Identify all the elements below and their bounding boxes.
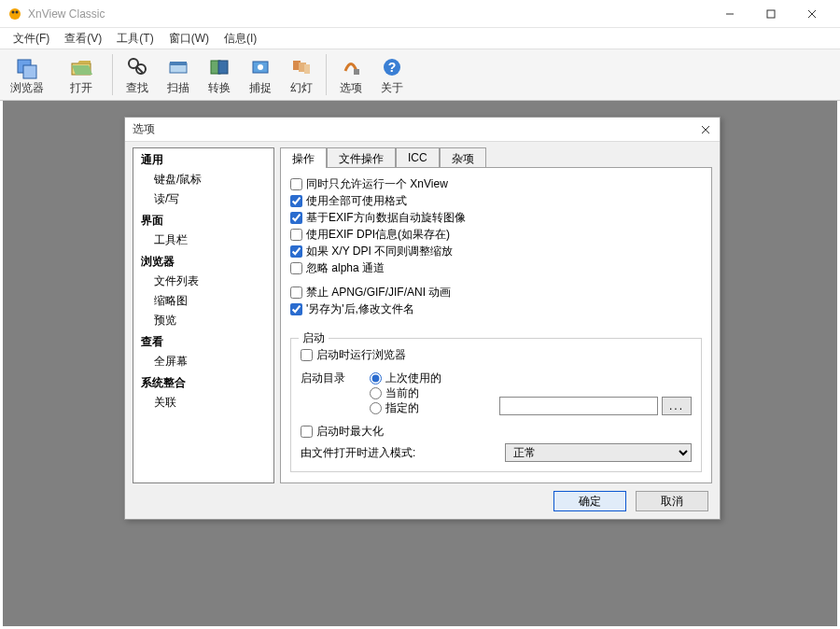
tree-node-系统整合[interactable]: 系统整合 bbox=[133, 371, 273, 393]
menu-信息(I)[interactable]: 信息(I) bbox=[217, 29, 264, 49]
tree-node-浏览器[interactable]: 浏览器 bbox=[133, 250, 273, 272]
tree-node-通用[interactable]: 通用 bbox=[133, 148, 273, 170]
minimize-button[interactable] bbox=[709, 0, 750, 28]
toolbar-浏览器[interactable]: 浏览器 bbox=[0, 49, 54, 100]
tree-node-界面[interactable]: 界面 bbox=[133, 209, 273, 231]
checkbox-label: 禁止 APNG/GIF/JIF/ANI 动画 bbox=[306, 285, 451, 301]
checkbox-同时只允许运行一个 XnView[interactable] bbox=[290, 178, 302, 190]
toolbar-扫描[interactable]: 扫描 bbox=[158, 49, 199, 100]
幻灯-icon bbox=[288, 54, 315, 80]
tree-node-关联[interactable]: 关联 bbox=[133, 393, 273, 412]
打开-icon bbox=[68, 54, 94, 80]
tab-操作[interactable]: 操作 bbox=[280, 147, 327, 168]
checkbox-禁止 APNG/GIF/JIF/ANI 动画[interactable] bbox=[290, 287, 302, 299]
checkbox-'另存为'后,修改文件名[interactable] bbox=[290, 303, 302, 315]
查找-icon bbox=[124, 54, 150, 80]
dialog-title: 选项 bbox=[125, 118, 720, 142]
svg-rect-14 bbox=[170, 62, 187, 65]
tab-ICC[interactable]: ICC bbox=[396, 147, 440, 168]
tree-node-查看[interactable]: 查看 bbox=[133, 330, 273, 352]
ok-button[interactable]: 确定 bbox=[553, 491, 626, 511]
checkbox-label: 使用全部可使用格式 bbox=[306, 193, 407, 209]
dialog-tabs: 操作文件操作ICC杂项 bbox=[280, 147, 712, 168]
radio-当前的[interactable] bbox=[370, 387, 382, 399]
menubar: 文件(F)查看(V)工具(T)窗口(W)信息(I) bbox=[0, 28, 840, 49]
tree-node-读/写[interactable]: 读/写 bbox=[133, 189, 273, 209]
toolbar-label: 幻灯 bbox=[290, 80, 313, 96]
toolbar-幻灯[interactable]: 幻灯 bbox=[281, 49, 322, 100]
category-tree[interactable]: 通用键盘/鼠标读/写界面工具栏浏览器文件列表缩略图预览查看全屏幕系统整合关联 bbox=[133, 147, 274, 483]
tab-content: 同时只允许运行一个 XnView使用全部可使用格式基于EXIF方向数据自动旋转图… bbox=[280, 167, 712, 483]
startup-run-browser-label: 启动时运行浏览器 bbox=[316, 347, 406, 363]
捕捉-icon bbox=[247, 54, 273, 80]
svg-point-12 bbox=[136, 64, 146, 74]
tree-node-缩略图[interactable]: 缩略图 bbox=[133, 291, 273, 311]
checkbox-label: 使用EXIF DPI信息(如果存在) bbox=[306, 227, 450, 243]
open-mode-label: 由文件打开时进入模式: bbox=[301, 445, 415, 461]
toolbar-separator bbox=[112, 54, 113, 95]
startup-maximize-label: 启动时最大化 bbox=[316, 424, 384, 440]
startup-maximize-checkbox[interactable] bbox=[301, 426, 313, 438]
toolbar-label: 选项 bbox=[340, 80, 362, 96]
menu-查看(V)[interactable]: 查看(V) bbox=[57, 29, 109, 49]
tree-node-文件列表[interactable]: 文件列表 bbox=[133, 272, 273, 291]
选项-icon bbox=[338, 54, 364, 80]
startup-dir-input[interactable] bbox=[499, 397, 658, 415]
checkbox-如果 X/Y DPI 不同则调整缩放[interactable] bbox=[290, 245, 302, 258]
checkbox-使用全部可使用格式[interactable] bbox=[290, 195, 302, 207]
close-button[interactable] bbox=[791, 0, 833, 28]
open-mode-select[interactable]: 正常 bbox=[505, 443, 692, 462]
checkbox-使用EXIF DPI信息(如果存在)[interactable] bbox=[290, 229, 302, 241]
svg-point-0 bbox=[9, 8, 21, 20]
window-title: XnView Classic bbox=[28, 7, 709, 21]
tree-node-键盘/鼠标[interactable]: 键盘/鼠标 bbox=[133, 170, 273, 189]
toolbar-关于[interactable]: ?关于 bbox=[371, 49, 413, 100]
svg-rect-16 bbox=[218, 61, 228, 74]
startup-dir-label: 启动目录 bbox=[301, 370, 366, 386]
toolbar-选项[interactable]: 选项 bbox=[330, 49, 371, 100]
toolbar-label: 浏览器 bbox=[10, 80, 44, 96]
toolbar-label: 转换 bbox=[208, 80, 231, 96]
checkbox-label: 如果 X/Y DPI 不同则调整缩放 bbox=[306, 244, 453, 259]
maximize-button[interactable] bbox=[750, 0, 791, 28]
toolbar-label: 打开 bbox=[70, 80, 92, 96]
menu-窗口(W)[interactable]: 窗口(W) bbox=[161, 29, 217, 49]
tab-文件操作[interactable]: 文件操作 bbox=[327, 147, 396, 168]
toolbar-查找[interactable]: 查找 bbox=[117, 49, 158, 100]
browse-button[interactable]: ... bbox=[662, 397, 692, 415]
toolbar-打开[interactable]: 打开 bbox=[54, 49, 108, 100]
checkbox-label: 忽略 alpha 通道 bbox=[306, 260, 385, 276]
checkbox-label: 同时只允许运行一个 XnView bbox=[306, 176, 448, 192]
startup-run-browser-checkbox[interactable] bbox=[301, 349, 313, 361]
radio-上次使用的[interactable] bbox=[370, 372, 382, 384]
checkbox-基于EXIF方向数据自动旋转图像[interactable] bbox=[290, 212, 302, 224]
tab-杂项[interactable]: 杂项 bbox=[440, 147, 486, 168]
menu-工具(T)[interactable]: 工具(T) bbox=[109, 29, 161, 49]
radio-指定的[interactable] bbox=[370, 402, 382, 414]
dialog-close-icon[interactable] bbox=[697, 121, 714, 138]
svg-rect-8 bbox=[23, 65, 36, 78]
cancel-button[interactable]: 取消 bbox=[636, 491, 708, 511]
toolbar-label: 扫描 bbox=[167, 80, 189, 96]
toolbar-label: 关于 bbox=[381, 80, 403, 96]
tree-node-工具栏[interactable]: 工具栏 bbox=[133, 231, 273, 250]
toolbar: 浏览器打开查找扫描转换捕捉幻灯选项?关于 bbox=[0, 49, 840, 101]
dialog-title-text: 选项 bbox=[133, 121, 155, 137]
toolbar-转换[interactable]: 转换 bbox=[199, 49, 240, 100]
tree-node-全屏幕[interactable]: 全屏幕 bbox=[133, 352, 273, 371]
radio-label: 上次使用的 bbox=[385, 370, 441, 386]
svg-rect-4 bbox=[767, 10, 775, 18]
tree-node-预览[interactable]: 预览 bbox=[133, 311, 273, 330]
toolbar-捕捉[interactable]: 捕捉 bbox=[240, 49, 281, 100]
menu-文件(F)[interactable]: 文件(F) bbox=[6, 29, 57, 49]
扫描-icon bbox=[165, 54, 191, 80]
startup-legend: 启动 bbox=[299, 330, 329, 346]
svg-text:?: ? bbox=[388, 60, 397, 75]
svg-point-1 bbox=[12, 10, 15, 13]
checkbox-忽略 alpha 通道[interactable] bbox=[290, 262, 302, 274]
app-icon bbox=[7, 7, 22, 21]
svg-point-2 bbox=[16, 10, 19, 13]
svg-rect-21 bbox=[304, 64, 310, 74]
titlebar: XnView Classic bbox=[0, 0, 840, 28]
toolbar-label: 捕捉 bbox=[249, 80, 272, 96]
